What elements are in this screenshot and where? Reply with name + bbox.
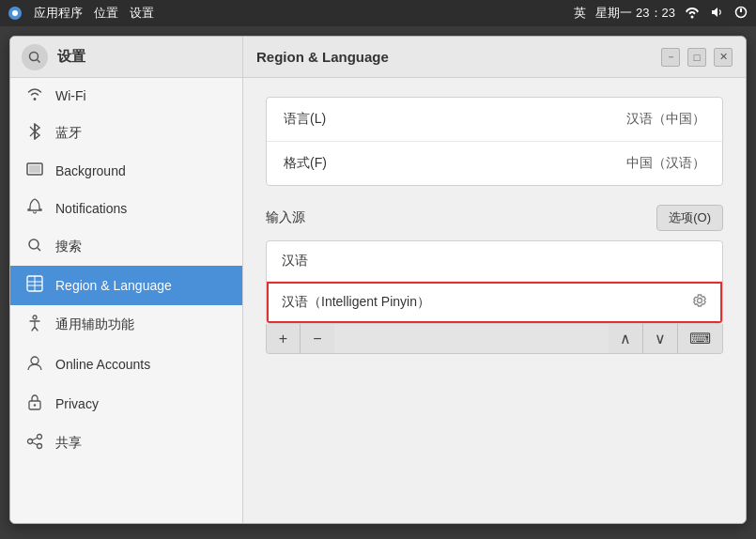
search-button[interactable] [22, 44, 48, 70]
bluetooth-label: 蓝牙 [55, 125, 82, 142]
svg-point-12 [29, 239, 39, 249]
accessibility-icon [25, 315, 44, 335]
sidebar-item-notifications[interactable]: Notifications [10, 189, 242, 228]
power-icon[interactable] [733, 5, 748, 23]
svg-point-2 [691, 15, 694, 18]
sidebar-item-wifi[interactable]: Wi-Fi [10, 78, 242, 114]
move-down-button[interactable]: ∨ [643, 324, 678, 353]
maximize-button[interactable]: □ [687, 48, 706, 67]
sidebar-item-share[interactable]: 共享 [10, 424, 242, 463]
taskbar: 应用程序 位置 设置 英 星期一 23：23 [0, 0, 756, 26]
accessibility-label: 通用辅助功能 [55, 316, 134, 333]
privacy-label: Privacy [55, 396, 99, 411]
content-body: 语言(L) 汉语（中国） 格式(F) 中国（汉语） 输入源 选项(O) 汉语 [243, 78, 746, 523]
sidebar-item-search[interactable]: 搜索 [10, 228, 242, 266]
search-label: 搜索 [55, 239, 82, 255]
location-menu[interactable]: 位置 [94, 5, 118, 22]
svg-point-1 [12, 10, 18, 16]
bluetooth-icon [25, 123, 44, 144]
input-item-hanyu-label: 汉语 [282, 253, 308, 270]
main-window: 设置 Wi-Fi 蓝牙 Background [9, 36, 747, 524]
taskbar-right: 英 星期一 23：23 [574, 5, 748, 23]
region-label: Region & Language [55, 278, 172, 293]
sidebar-item-bluetooth[interactable]: 蓝牙 [10, 114, 242, 153]
svg-point-22 [38, 435, 42, 439]
privacy-icon [25, 393, 44, 414]
language-value: 汉语（中国） [626, 111, 705, 128]
language-label: 语言(L) [284, 111, 326, 128]
svg-point-23 [28, 439, 33, 444]
wifi-label: Wi-Fi [55, 88, 86, 103]
volume-icon[interactable] [709, 5, 724, 23]
network-icon[interactable] [685, 5, 700, 23]
svg-line-25 [32, 438, 37, 440]
content-titlebar: Region & Language － □ ✕ [243, 37, 746, 78]
input-sources-header: 输入源 选项(O) [266, 205, 723, 231]
sidebar-item-background[interactable]: Background [10, 153, 242, 189]
share-label: 共享 [55, 435, 82, 452]
svg-line-6 [38, 59, 40, 62]
lang-indicator[interactable]: 英 [574, 5, 586, 22]
sidebar: 设置 Wi-Fi 蓝牙 Background [10, 37, 243, 523]
language-row[interactable]: 语言(L) 汉语（中国） [267, 98, 722, 142]
minimize-button[interactable]: － [661, 48, 680, 67]
taskbar-left: 应用程序 位置 设置 [8, 5, 154, 22]
sidebar-item-online-accounts[interactable]: Online Accounts [10, 345, 242, 384]
region-icon [25, 275, 44, 296]
content-area: Region & Language － □ ✕ 语言(L) 汉语（中国） 格式(… [243, 37, 746, 523]
input-item-pinyin-label: 汉语（Intelligent Pinyin） [282, 294, 430, 311]
sidebar-items-list: Wi-Fi 蓝牙 Background Notifi [10, 78, 242, 523]
sidebar-header: 设置 [10, 37, 242, 78]
share-icon [25, 433, 44, 454]
svg-point-21 [34, 404, 36, 406]
search-icon [25, 238, 44, 256]
settings-menu[interactable]: 设置 [130, 5, 154, 22]
input-item-pinyin[interactable]: 汉语（Intelligent Pinyin） [267, 282, 722, 323]
svg-point-19 [31, 357, 39, 364]
remove-input-button[interactable]: − [301, 324, 334, 353]
add-input-button[interactable]: + [267, 324, 301, 353]
keyboard-settings-button[interactable]: ⌨ [678, 324, 722, 353]
svg-point-18 [33, 316, 37, 319]
background-icon [25, 162, 44, 179]
app-logo [8, 6, 23, 21]
notifications-icon [25, 198, 44, 219]
language-format-card: 语言(L) 汉语（中国） 格式(F) 中国（汉语） [266, 97, 723, 186]
svg-point-5 [30, 52, 39, 60]
move-up-button[interactable]: ∧ [609, 324, 643, 353]
online-accounts-icon [25, 354, 44, 375]
options-button[interactable]: 选项(O) [656, 205, 723, 231]
ctrl-right-group: ∧ ∨ ⌨ [609, 324, 722, 353]
svg-line-13 [38, 248, 40, 251]
app-menu[interactable]: 应用程序 [34, 5, 83, 22]
svg-point-24 [38, 444, 42, 449]
svg-rect-11 [29, 165, 40, 173]
input-list: 汉语 汉语（Intelligent Pinyin） [266, 240, 723, 324]
input-item-hanyu[interactable]: 汉语 [267, 241, 722, 282]
format-row[interactable]: 格式(F) 中国（汉语） [267, 142, 722, 185]
online-accounts-label: Online Accounts [55, 357, 150, 372]
content-title: Region & Language [256, 49, 389, 65]
input-sources-section: 输入源 选项(O) 汉语 汉语（Intelligent Pinyin） [266, 205, 723, 354]
sidebar-item-privacy[interactable]: Privacy [10, 384, 242, 424]
format-value: 中国（汉语） [626, 155, 705, 172]
wifi-icon [25, 87, 44, 104]
window-controls: － □ ✕ [661, 48, 733, 67]
close-button[interactable]: ✕ [714, 48, 733, 67]
sidebar-title: 设置 [57, 48, 85, 66]
input-sources-title: 输入源 [266, 209, 305, 226]
gear-icon[interactable] [692, 293, 707, 312]
datetime-display: 星期一 23：23 [595, 5, 675, 22]
input-controls-bar: + − ∧ ∨ ⌨ [266, 324, 723, 354]
svg-line-26 [32, 442, 37, 445]
notifications-label: Notifications [55, 201, 127, 216]
ctrl-left-group: + − [267, 324, 334, 353]
sidebar-item-accessibility[interactable]: 通用辅助功能 [10, 305, 242, 345]
sidebar-item-region[interactable]: Region & Language [10, 266, 242, 305]
background-label: Background [55, 163, 126, 178]
format-label: 格式(F) [284, 155, 327, 172]
